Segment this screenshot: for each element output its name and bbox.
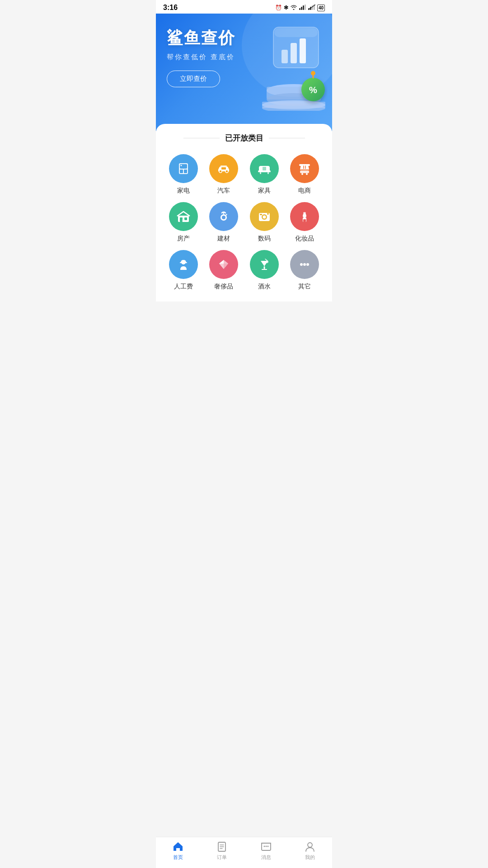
svg-rect-33 xyxy=(258,170,271,172)
jiaju-label: 家具 xyxy=(258,187,271,195)
svg-text:%: % xyxy=(309,85,317,95)
svg-point-28 xyxy=(180,165,182,166)
svg-rect-64 xyxy=(263,266,265,269)
shuma-label: 数码 xyxy=(258,235,271,243)
category-item-jiushui[interactable]: 酒水 xyxy=(246,250,283,291)
shechipin-label: 奢侈品 xyxy=(214,283,233,291)
svg-point-56 xyxy=(303,212,306,214)
svg-rect-12 xyxy=(300,38,306,63)
svg-rect-38 xyxy=(300,170,309,173)
qiche-label: 汽车 xyxy=(217,187,230,195)
divider-right xyxy=(269,138,305,138)
jiaju-icon xyxy=(250,154,279,183)
category-item-jiaju[interactable]: 家具 xyxy=(246,154,283,195)
category-item-huazhuang[interactable]: 化妆品 xyxy=(286,202,324,243)
bluetooth-icon: ✻ xyxy=(284,5,288,11)
category-item-jiancai[interactable]: 建材 xyxy=(206,202,243,243)
svg-line-67 xyxy=(265,259,267,260)
divider-left xyxy=(183,138,220,138)
svg-point-39 xyxy=(301,173,303,175)
check-price-button[interactable]: 立即查价 xyxy=(167,71,220,87)
status-icons: ⏰ ✻ 4 xyxy=(275,5,325,11)
chart-illustration: % xyxy=(246,23,328,111)
shechipin-icon xyxy=(209,250,238,279)
categories-card: 已开放类目 家电 xyxy=(156,124,332,302)
svg-marker-61 xyxy=(219,260,224,264)
category-item-dianshang[interactable]: 电商 xyxy=(286,154,324,195)
svg-marker-60 xyxy=(224,260,228,264)
svg-rect-34 xyxy=(260,172,261,174)
fangchan-label: 房产 xyxy=(177,235,190,243)
svg-marker-63 xyxy=(224,264,228,269)
category-item-jiadian[interactable]: 家电 xyxy=(165,154,202,195)
svg-rect-27 xyxy=(184,170,187,173)
dianshang-icon xyxy=(290,154,319,183)
section-header: 已开放类目 xyxy=(163,133,325,143)
svg-rect-1 xyxy=(301,7,302,10)
svg-rect-3 xyxy=(305,5,306,10)
svg-rect-53 xyxy=(260,214,262,215)
category-item-qiche[interactable]: 汽车 xyxy=(206,154,243,195)
jiushui-icon xyxy=(250,250,279,279)
svg-rect-44 xyxy=(182,219,185,222)
svg-point-69 xyxy=(303,263,306,266)
dianshang-label: 电商 xyxy=(298,187,311,195)
svg-marker-62 xyxy=(219,264,224,269)
signal-icon xyxy=(299,5,306,11)
svg-rect-37 xyxy=(299,164,310,166)
svg-point-46 xyxy=(222,216,225,219)
category-grid: 家电 汽车 xyxy=(163,154,325,291)
fangchan-icon xyxy=(169,202,198,231)
svg-point-70 xyxy=(306,263,309,266)
hero-illustration: % xyxy=(246,23,328,113)
category-item-shechipin[interactable]: 奢侈品 xyxy=(206,250,243,291)
svg-rect-26 xyxy=(180,170,183,173)
battery-indicator: 40 xyxy=(317,5,325,11)
jiancai-icon xyxy=(209,202,238,231)
status-bar: 3:16 ⏰ ✻ xyxy=(156,0,332,14)
jiadian-label: 家电 xyxy=(177,187,190,195)
svg-point-68 xyxy=(300,263,303,266)
svg-rect-25 xyxy=(180,164,187,169)
svg-rect-11 xyxy=(291,43,297,63)
huazhuang-icon xyxy=(290,202,319,231)
rengongfei-icon xyxy=(169,250,198,279)
hero-banner: 鲨鱼查价 帮你查低价 查底价 立即查价 xyxy=(156,14,332,131)
svg-rect-0 xyxy=(299,8,300,10)
category-item-shuma[interactable]: 数码 xyxy=(246,202,283,243)
category-item-fangchan[interactable]: 房产 xyxy=(165,202,202,243)
signal2-icon xyxy=(308,5,315,11)
svg-rect-13 xyxy=(274,28,318,37)
category-item-qita[interactable]: 其它 xyxy=(286,250,324,291)
category-item-rengongfei[interactable]: 人工费 xyxy=(165,250,202,291)
rengongfei-label: 人工费 xyxy=(174,283,193,291)
wifi-icon xyxy=(290,5,297,11)
svg-rect-2 xyxy=(303,5,304,10)
qita-label: 其它 xyxy=(298,283,311,291)
jiadian-icon xyxy=(169,154,198,183)
status-time: 3:16 xyxy=(163,4,178,12)
svg-rect-55 xyxy=(303,219,306,222)
jiancai-label: 建材 xyxy=(217,235,230,243)
shuma-icon xyxy=(250,202,279,231)
svg-rect-32 xyxy=(221,167,226,170)
svg-point-31 xyxy=(225,170,228,173)
qiche-icon xyxy=(209,154,238,183)
section-title: 已开放类目 xyxy=(225,133,263,143)
jiushui-label: 酒水 xyxy=(258,283,271,291)
huazhuang-label: 化妆品 xyxy=(295,235,314,243)
svg-point-40 xyxy=(306,173,308,175)
svg-point-66 xyxy=(266,260,268,263)
svg-point-51 xyxy=(263,216,266,219)
svg-point-23 xyxy=(311,71,315,75)
alarm-icon: ⏰ xyxy=(275,5,282,11)
svg-rect-58 xyxy=(180,262,187,263)
svg-rect-35 xyxy=(267,172,269,174)
qita-icon xyxy=(290,250,319,279)
svg-rect-65 xyxy=(262,269,267,270)
svg-rect-36 xyxy=(263,167,266,170)
svg-rect-10 xyxy=(282,50,288,63)
svg-point-52 xyxy=(267,213,269,215)
svg-point-30 xyxy=(219,170,222,173)
